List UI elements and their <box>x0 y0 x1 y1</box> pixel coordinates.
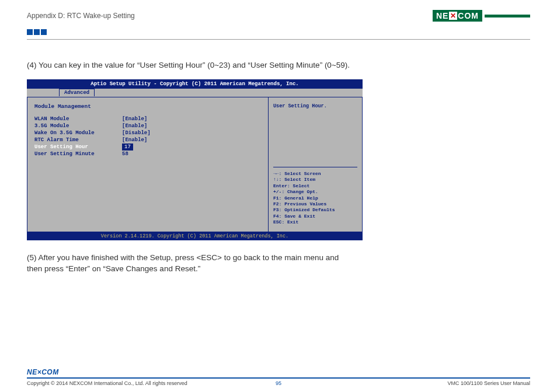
bios-key: F3: Optimized Defaults <box>273 207 357 213</box>
bios-key-legend: →←: Select Screen ↑↓: Select Item Enter:… <box>273 167 357 226</box>
logo-text-left: NE <box>436 11 448 20</box>
page-header-title: Appendix D: RTC Wake-up Setting <box>27 12 135 20</box>
bios-label: User Setting Hour <box>34 144 122 150</box>
bios-key: ESC: Exit <box>273 219 357 225</box>
decorative-squares <box>27 28 530 37</box>
step-5-text: (5) After you have finished with the Set… <box>27 252 354 275</box>
bios-row-user-minute[interactable]: User Setting Minute 58 <box>34 150 261 158</box>
logo-text-right: COM <box>458 11 479 20</box>
footer-rule <box>27 377 530 379</box>
step-4-text: (4) You can key in the value for “User S… <box>27 60 354 71</box>
bios-key: ↑↓: Select Item <box>273 177 357 183</box>
bios-help-title: User Setting Hour. <box>273 103 357 109</box>
bios-screenshot: Aptio Setup Utility - Copyright (C) 2011… <box>27 79 363 240</box>
bios-key: F4: Save & Exit <box>273 214 357 219</box>
bios-value: [Enable] <box>122 136 147 144</box>
bios-value-selected[interactable]: 17 <box>122 144 133 150</box>
bios-row-rtc-alarm[interactable]: RTC Alarm Time [Enable] <box>34 136 261 144</box>
bios-tab-advanced[interactable]: Advanced <box>59 89 95 96</box>
bios-label: User Setting Minute <box>34 150 122 158</box>
bios-row-wake-35g[interactable]: Wake On 3.5G Module [Disable] <box>34 130 261 136</box>
bios-key: +/-: Change Opt. <box>273 189 357 195</box>
logo-x-icon: ✕ <box>449 12 457 20</box>
bios-row-wlan[interactable]: WLAN Module [Enable] <box>34 116 261 123</box>
bios-label: 3.5G Module <box>34 123 122 130</box>
bios-label: WLAN Module <box>34 116 122 123</box>
bios-value: [Disable] <box>122 130 151 136</box>
bios-label: Wake On 3.5G Module <box>34 130 122 136</box>
bios-key: F1: General Help <box>273 195 357 201</box>
header-rule <box>27 39 530 40</box>
bios-value: 58 <box>122 150 128 158</box>
logo-bar <box>485 15 530 18</box>
bios-version-bar: Version 2.14.1219. Copyright (C) 2011 Am… <box>27 232 363 240</box>
bios-label: RTC Alarm Time <box>34 136 122 144</box>
nexcom-logo: NE✕COM <box>433 9 530 22</box>
bios-key: F2: Previous Values <box>273 201 357 207</box>
bios-value: [Enable] <box>122 123 147 130</box>
bios-value: [Enable] <box>122 116 147 123</box>
bios-title-bar: Aptio Setup Utility - Copyright (C) 2011… <box>27 79 363 89</box>
bios-key: →←: Select Screen <box>273 171 357 177</box>
bios-key: Enter: Select <box>273 183 357 189</box>
bios-left-pane: Module Management WLAN Module [Enable] 3… <box>27 97 269 232</box>
bios-section-title: Module Management <box>34 103 261 110</box>
bios-row-35g[interactable]: 3.5G Module [Enable] <box>34 123 261 130</box>
bios-row-user-hour[interactable]: User Setting Hour 17 <box>34 144 261 150</box>
footer-logo: NE×COM <box>27 368 530 376</box>
bios-right-pane: User Setting Hour. →←: Select Screen ↑↓:… <box>269 97 362 232</box>
footer-page-number: 95 <box>27 380 530 386</box>
